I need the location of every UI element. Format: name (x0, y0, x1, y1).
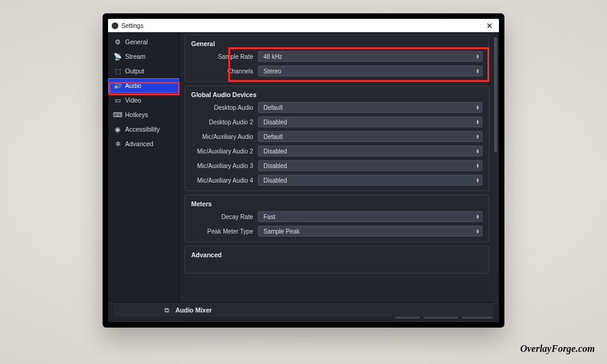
select-value: Disabled (263, 119, 287, 126)
spinner-icon: ▲▼ (476, 105, 480, 110)
label: Desktop Audio (191, 104, 258, 111)
spinner-icon: ▲▼ (476, 120, 480, 124)
select-value: Default (263, 133, 283, 140)
sidebar-item-video[interactable]: ▭ Video (108, 93, 179, 107)
main-scroll: General Sample Rate 48 kHz ▲▼ Channels S (185, 35, 493, 300)
row-mic-aux: Mic/Auxiliary Audio Default ▲▼ (191, 131, 483, 142)
select-mic-aux[interactable]: Default ▲▼ (258, 131, 483, 142)
sidebar-item-label: Audio (125, 82, 141, 89)
sidebar-item-general[interactable]: ⚙ General (108, 35, 179, 49)
select-mic-aux-4[interactable]: Disabled ▲▼ (258, 175, 483, 186)
close-icon[interactable]: ✕ (484, 21, 495, 30)
section-title: Advanced (191, 251, 483, 258)
select-desktop-audio[interactable]: Default ▲▼ (258, 102, 483, 113)
label-sample-rate: Sample Rate (191, 53, 258, 60)
label: Mic/Auxiliary Audio (191, 133, 258, 140)
select-channels[interactable]: Stereo ▲▼ (258, 66, 483, 76)
select-decay-rate[interactable]: Fast ▲▼ (258, 211, 483, 222)
gear-icon: ⚙ (114, 38, 121, 46)
label: Peak Meter Type (191, 228, 258, 235)
window-title: Settings (121, 22, 484, 29)
spinner-icon: ▲▼ (476, 54, 480, 59)
label: Desktop Audio 2 (191, 119, 258, 126)
section-general: General Sample Rate 48 kHz ▲▼ Channels S (185, 35, 489, 82)
select-value: Default (263, 104, 283, 111)
select-value: Sample Peak (263, 228, 299, 235)
sidebar-item-accessibility[interactable]: ◉ Accessibility (108, 122, 179, 136)
window-frame: Settings ✕ ⚙ General 📡 Stream ⬚ Output 🔊 (103, 13, 504, 328)
section-meters: Meters Decay Rate Fast ▲▼ Peak Meter Typ… (185, 195, 489, 242)
row-channels: Channels Stereo ▲▼ (191, 66, 483, 76)
app-window: Settings ✕ ⚙ General 📡 Stream ⬚ Output 🔊 (108, 19, 499, 322)
label: Decay Rate (191, 214, 258, 220)
sidebar-item-label: Stream (125, 53, 146, 60)
audio-mixer-label: Audio Mixer (175, 306, 212, 314)
sidebar-item-audio[interactable]: 🔊 Audio (108, 78, 179, 93)
sidebar-item-label: General (125, 38, 148, 46)
spinner-icon: ▲▼ (476, 229, 480, 234)
section-title: Meters (191, 200, 483, 207)
spinner-icon: ▲▼ (476, 214, 480, 219)
select-value: Disabled (263, 163, 287, 169)
section-title: General (191, 40, 483, 47)
label: Mic/Auxiliary Audio 2 (191, 148, 258, 155)
sidebar-item-stream[interactable]: 📡 Stream (108, 49, 179, 64)
spinner-icon: ▲▼ (476, 134, 480, 139)
broadcast-icon: 📡 (114, 53, 121, 60)
select-value: Disabled (263, 177, 287, 184)
row-mic-aux-4: Mic/Auxiliary Audio 4 Disabled ▲▼ (191, 175, 483, 186)
row-peak-meter-type: Peak Meter Type Sample Peak ▲▼ (191, 226, 483, 237)
sidebar-item-output[interactable]: ⬚ Output (108, 64, 179, 78)
audio-mixer-strip: ⧉ Audio Mixer (114, 302, 493, 317)
label: Mic/Auxiliary Audio 4 (191, 177, 258, 184)
spinner-icon: ▲▼ (476, 69, 480, 73)
row-desktop-audio: Desktop Audio Default ▲▼ (191, 102, 483, 113)
select-sample-rate[interactable]: 48 kHz ▲▼ (258, 51, 483, 62)
speaker-icon: 🔊 (114, 82, 121, 89)
advanced-icon: ✲ (114, 140, 121, 147)
label: Mic/Auxiliary Audio 3 (191, 163, 258, 169)
select-value: Stereo (263, 68, 281, 75)
spinner-icon: ▲▼ (476, 163, 480, 168)
scrollbar-thumb[interactable] (494, 37, 497, 152)
select-peak-meter-type[interactable]: Sample Peak ▲▼ (258, 226, 483, 237)
titlebar: Settings ✕ (108, 19, 499, 32)
select-mic-aux-2[interactable]: Disabled ▲▼ (258, 146, 483, 157)
sidebar-item-label: Accessibility (125, 126, 160, 133)
sidebar: ⚙ General 📡 Stream ⬚ Output 🔊 Audio ▭ (108, 32, 180, 303)
monitor-icon: ▭ (114, 96, 121, 104)
scrollbar-track[interactable] (494, 37, 497, 298)
select-value: Disabled (263, 148, 287, 155)
label-channels: Channels (191, 68, 258, 75)
sidebar-item-label: Advanced (125, 140, 154, 147)
select-value: 48 kHz (263, 53, 282, 60)
row-desktop-audio-2: Desktop Audio 2 Disabled ▲▼ (191, 116, 483, 127)
keyboard-icon: ⌨ (114, 111, 121, 118)
section-global-audio: Global Audio Devices Desktop Audio Defau… (185, 86, 489, 191)
spinner-icon: ▲▼ (476, 178, 480, 183)
section-advanced: Advanced (185, 246, 489, 274)
sidebar-item-hotkeys[interactable]: ⌨ Hotkeys (108, 107, 179, 122)
sidebar-item-label: Video (125, 96, 141, 104)
spinner-icon: ▲▼ (476, 149, 480, 153)
row-mic-aux-3: Mic/Auxiliary Audio 3 Disabled ▲▼ (191, 160, 483, 171)
sidebar-item-advanced[interactable]: ✲ Advanced (108, 136, 179, 151)
dock-icon: ⧉ (164, 306, 172, 314)
row-decay-rate: Decay Rate Fast ▲▼ (191, 211, 483, 222)
obs-logo-icon (112, 22, 118, 29)
sidebar-item-label: Hotkeys (125, 111, 148, 118)
section-title: Global Audio Devices (191, 91, 483, 98)
select-desktop-audio-2[interactable]: Disabled ▲▼ (258, 116, 483, 127)
row-sample-rate: Sample Rate 48 kHz ▲▼ (191, 51, 483, 62)
dialog-body: ⚙ General 📡 Stream ⬚ Output 🔊 Audio ▭ (108, 32, 499, 303)
select-mic-aux-3[interactable]: Disabled ▲▼ (258, 160, 483, 171)
watermark: OverlayForge.com (520, 343, 595, 354)
select-value: Fast (263, 214, 275, 220)
output-icon: ⬚ (114, 67, 121, 75)
sidebar-item-label: Output (125, 67, 144, 75)
main-pane: General Sample Rate 48 kHz ▲▼ Channels S (180, 32, 499, 303)
accessibility-icon: ◉ (114, 126, 121, 133)
row-mic-aux-2: Mic/Auxiliary Audio 2 Disabled ▲▼ (191, 146, 483, 157)
